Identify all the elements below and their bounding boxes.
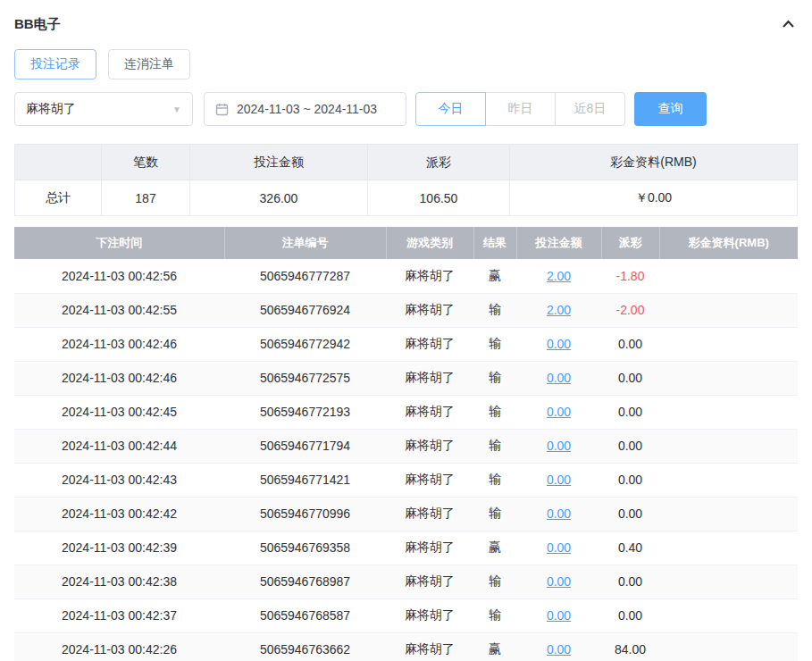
game-type-cell: 麻将胡了 — [386, 395, 473, 429]
order-number-cell: 5065946771794 — [224, 429, 386, 463]
table-row: 2024-11-03 00:42:39 5065946769358 麻将胡了 赢… — [14, 531, 798, 565]
result-cell: 赢 — [473, 259, 516, 293]
summary-total-row: 总计 187 326.00 106.50 ￥0.00 — [15, 180, 798, 216]
bet-amount-link[interactable]: 0.00 — [547, 473, 571, 487]
order-number-cell: 5065946772575 — [224, 361, 386, 395]
game-select[interactable]: 麻将胡了 ▼ — [14, 92, 193, 126]
bet-time-cell: 2024-11-03 00:42:46 — [14, 327, 224, 361]
bet-time-cell: 2024-11-03 00:42:44 — [14, 429, 224, 463]
result-cell: 输 — [473, 361, 516, 395]
bet-amount-cell: 2.00 — [516, 259, 601, 293]
bonus-cell — [659, 598, 798, 632]
result-cell: 输 — [473, 497, 516, 531]
summary-total-payout: 106.50 — [368, 180, 510, 216]
summary-header-bet-amount: 投注金额 — [190, 145, 368, 180]
bet-time-cell: 2024-11-03 00:42:43 — [14, 463, 224, 497]
summary-table: 笔数 投注金额 派彩 彩金资料(RMB) 总计 187 326.00 106.5… — [14, 144, 798, 216]
collapse-button[interactable] — [779, 16, 798, 32]
page-title: BB电子 — [14, 16, 61, 33]
bet-amount-cell: 0.00 — [516, 632, 601, 661]
header-order-number: 注单编号 — [224, 227, 386, 259]
table-row: 2024-11-03 00:42:26 5065946763662 麻将胡了 赢… — [14, 632, 798, 661]
table-row: 2024-11-03 00:42:37 5065946768587 麻将胡了 输… — [14, 598, 798, 632]
last-8-days-button[interactable]: 近8日 — [555, 92, 625, 126]
bet-amount-link[interactable]: 0.00 — [547, 608, 571, 623]
panel-header: BB电子 — [14, 13, 798, 36]
result-cell: 输 — [473, 293, 516, 327]
tab-cancelled-orders[interactable]: 连消注单 — [108, 49, 190, 79]
yesterday-button[interactable]: 昨日 — [485, 92, 556, 126]
filter-bar: 麻将胡了 ▼ 2024-11-03 ~ 2024-11-03 今日 昨日 近8日… — [14, 92, 798, 126]
game-type-cell: 麻将胡了 — [386, 361, 473, 395]
payout-cell: 0.40 — [601, 531, 659, 565]
records-table: 下注时间 注单编号 游戏类别 结果 投注金额 派彩 彩金资料(RMB) 2024… — [14, 227, 798, 661]
bet-amount-link[interactable]: 0.00 — [547, 337, 571, 351]
date-range-picker[interactable]: 2024-11-03 ~ 2024-11-03 — [204, 92, 406, 126]
bet-amount-link[interactable]: 0.00 — [547, 540, 571, 555]
payout-cell: 0.00 — [601, 395, 659, 429]
bonus-cell — [659, 632, 798, 661]
payout-cell: 0.00 — [601, 429, 659, 463]
bonus-cell — [659, 293, 798, 327]
search-button[interactable]: 查询 — [634, 92, 707, 126]
table-row: 2024-11-03 00:42:44 5065946771794 麻将胡了 输… — [14, 429, 798, 463]
bet-time-cell: 2024-11-03 00:42:26 — [14, 632, 224, 661]
summary-total-bonus: ￥0.00 — [510, 180, 798, 216]
bonus-cell — [659, 463, 798, 497]
summary-header-row: 笔数 投注金额 派彩 彩金资料(RMB) — [15, 145, 798, 180]
bet-time-cell: 2024-11-03 00:42:42 — [14, 497, 224, 531]
payout-cell: 0.00 — [601, 361, 659, 395]
bet-amount-link[interactable]: 2.00 — [547, 269, 571, 283]
table-row: 2024-11-03 00:42:46 5065946772575 麻将胡了 输… — [14, 361, 798, 395]
bet-amount-link[interactable]: 0.00 — [547, 506, 571, 521]
bet-amount-cell: 2.00 — [516, 293, 601, 327]
bet-amount-link[interactable]: 2.00 — [547, 303, 571, 317]
bet-amount-link[interactable]: 0.00 — [547, 371, 571, 385]
header-payout: 派彩 — [601, 227, 659, 259]
payout-cell: 84.00 — [601, 632, 659, 661]
order-number-cell: 5065946769358 — [224, 531, 386, 565]
bet-amount-cell: 0.00 — [516, 497, 601, 531]
bet-amount-link[interactable]: 0.00 — [547, 439, 571, 453]
bet-amount-cell: 0.00 — [516, 429, 601, 463]
bet-time-cell: 2024-11-03 00:42:39 — [14, 531, 224, 565]
summary-header-bonus: 彩金资料(RMB) — [510, 145, 798, 180]
payout-cell: 0.00 — [601, 565, 659, 598]
bet-amount-cell: 0.00 — [516, 463, 601, 497]
table-row: 2024-11-03 00:42:55 5065946776924 麻将胡了 输… — [14, 293, 798, 327]
chevron-up-icon — [781, 18, 796, 30]
tab-betting-records[interactable]: 投注记录 — [14, 49, 96, 79]
bet-amount-link[interactable]: 0.00 — [547, 574, 571, 589]
bonus-cell — [659, 327, 798, 361]
records-header-row: 下注时间 注单编号 游戏类别 结果 投注金额 派彩 彩金资料(RMB) — [14, 227, 798, 259]
order-number-cell: 5065946772193 — [224, 395, 386, 429]
header-result: 结果 — [473, 227, 516, 259]
payout-cell: -1.80 — [601, 259, 659, 293]
order-number-cell: 5065946768587 — [224, 598, 386, 632]
bet-amount-link[interactable]: 0.00 — [547, 642, 571, 657]
bet-time-cell: 2024-11-03 00:42:37 — [14, 598, 224, 632]
result-cell: 输 — [473, 598, 516, 632]
bonus-cell — [659, 531, 798, 565]
table-row: 2024-11-03 00:42:46 5065946772942 麻将胡了 输… — [14, 327, 798, 361]
bonus-cell — [659, 361, 798, 395]
betting-records-panel: BB电子 投注记录 连消注单 麻将胡了 ▼ 2024-11-03 ~ 2024-… — [0, 0, 812, 661]
today-button[interactable]: 今日 — [415, 92, 486, 126]
bet-amount-cell: 0.00 — [516, 327, 601, 361]
summary-header-count: 笔数 — [102, 145, 190, 180]
table-row: 2024-11-03 00:42:38 5065946768987 麻将胡了 输… — [14, 565, 798, 598]
summary-total-bet-amount: 326.00 — [190, 180, 368, 216]
payout-cell: -2.00 — [601, 293, 659, 327]
table-row: 2024-11-03 00:42:43 5065946771421 麻将胡了 输… — [14, 463, 798, 497]
result-cell: 输 — [473, 327, 516, 361]
date-range-value: 2024-11-03 ~ 2024-11-03 — [237, 102, 377, 116]
order-number-cell: 5065946772942 — [224, 327, 386, 361]
bet-amount-cell: 0.00 — [516, 565, 601, 598]
summary-header-payout: 派彩 — [368, 145, 510, 180]
bet-amount-link[interactable]: 0.00 — [547, 405, 571, 419]
header-game-type: 游戏类别 — [386, 227, 473, 259]
bet-amount-cell: 0.00 — [516, 361, 601, 395]
result-cell: 输 — [473, 395, 516, 429]
game-type-cell: 麻将胡了 — [386, 429, 473, 463]
table-row: 2024-11-03 00:42:56 5065946777287 麻将胡了 赢… — [14, 259, 798, 293]
